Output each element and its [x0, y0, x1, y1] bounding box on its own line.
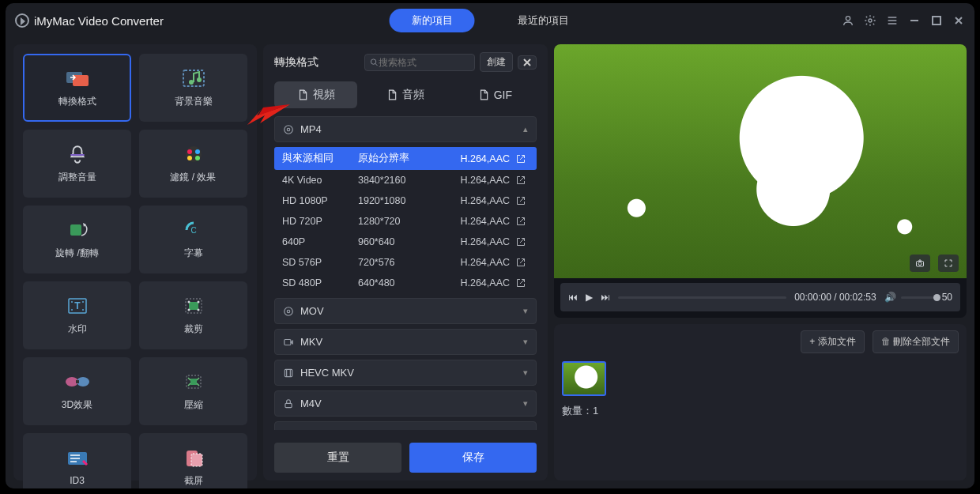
chevron-down-icon: ▾	[523, 398, 528, 409]
preset-row[interactable]: 4K Video3840*2160H.264,AAC	[274, 170, 537, 190]
svg-point-23	[187, 300, 190, 303]
preset-edit-icon[interactable]	[516, 278, 529, 288]
tool-id3[interactable]: ID3	[23, 433, 131, 488]
preset-row[interactable]: HD 720P1280*720H.264,AAC	[274, 211, 537, 232]
preset-codec: H.264,AAC	[450, 175, 516, 186]
file-icon	[386, 89, 398, 100]
app-title: iMyMac Video Converter	[34, 14, 164, 28]
svg-point-0	[846, 17, 850, 21]
tool-label: 調整音量	[58, 171, 96, 184]
preset-edit-icon[interactable]	[516, 258, 529, 267]
preset-name: SD 480P	[282, 277, 358, 288]
preset-resolution: 1280*720	[358, 216, 450, 227]
screenshot-icon	[180, 447, 207, 468]
watermark-icon: T	[64, 296, 91, 316]
snapshot-button[interactable]	[910, 255, 930, 272]
preview-video-frame	[554, 44, 967, 278]
type-tab-audio[interactable]: 音頻	[364, 81, 447, 108]
format-close-button[interactable]	[518, 55, 537, 70]
menu-icon[interactable]	[886, 14, 899, 27]
type-tab-gif[interactable]: GIF	[454, 81, 537, 108]
preset-resolution: 960*640	[358, 236, 450, 247]
remove-all-files-button[interactable]: 🗑 刪除全部文件	[873, 330, 959, 353]
tool-label: 旋轉 /翻轉	[55, 247, 99, 260]
svg-rect-44	[285, 403, 292, 407]
svg-point-19	[82, 309, 84, 311]
prev-button[interactable]: ⏮	[568, 292, 578, 303]
file-count: 數量：1	[562, 404, 959, 418]
volume-slider[interactable]	[901, 296, 937, 299]
format-group-mkv[interactable]: MKV ▾	[274, 329, 537, 355]
preset-resolution: 1920*1080	[358, 195, 450, 206]
format-create-button[interactable]: 創建	[480, 52, 513, 72]
tool-bg-music[interactable]: 背景音樂	[139, 54, 247, 122]
tool-convert-format[interactable]: 轉換格式	[23, 54, 131, 122]
preset-name: 640P	[282, 236, 358, 247]
tool-crop[interactable]: 裁剪	[139, 281, 247, 349]
tool-screenshot[interactable]: 截屏	[139, 433, 247, 488]
preset-edit-icon[interactable]	[516, 217, 529, 226]
svg-rect-29	[76, 380, 79, 383]
tool-rotate-flip[interactable]: 旋轉 /翻轉	[23, 206, 131, 273]
preset-row[interactable]: SD 576P720*576H.264,AAC	[274, 252, 537, 273]
preset-codec: H.264,AAC	[450, 216, 516, 227]
tool-adjust-volume[interactable]: 調整音量	[23, 130, 131, 198]
format-search-input[interactable]	[379, 57, 469, 68]
seek-track[interactable]	[618, 296, 786, 299]
settings-icon[interactable]	[864, 14, 876, 27]
svg-point-16	[71, 301, 73, 303]
tool-filters-effects[interactable]: 濾鏡 / 效果	[139, 130, 247, 198]
volume-control[interactable]: 🔊 50	[884, 292, 952, 303]
format-group-mp4[interactable]: MP4 ▴	[274, 116, 537, 142]
format-group-avi[interactable]: AVI ▾	[274, 421, 537, 430]
music-icon	[180, 68, 207, 89]
svg-point-9	[187, 149, 192, 154]
time-display: 00:00:00 / 00:02:53	[794, 292, 876, 303]
preset-edit-icon[interactable]	[516, 175, 529, 185]
tool-label: 水印	[68, 322, 87, 336]
tool-label: 濾鏡 / 效果	[170, 171, 216, 184]
preset-resolution: 640*480	[358, 277, 450, 288]
account-icon[interactable]	[842, 14, 854, 27]
format-group-mov[interactable]: MOV ▾	[274, 298, 537, 324]
window-close-button[interactable]	[952, 14, 965, 27]
fullscreen-button[interactable]	[938, 255, 959, 272]
svg-point-1	[869, 19, 872, 22]
preset-row[interactable]: HD 1080P1920*1080H.264,AAC	[274, 190, 537, 211]
tool-compress[interactable]: 壓縮	[139, 357, 247, 425]
window-minimize-button[interactable]	[908, 14, 921, 27]
svg-rect-2	[933, 17, 940, 25]
preset-row[interactable]: 640P960*640H.264,AAC	[274, 232, 537, 252]
volume-value: 50	[942, 292, 952, 303]
preset-edit-icon[interactable]	[516, 237, 529, 247]
format-group-m4v[interactable]: M4V ▾	[274, 390, 537, 417]
file-icon	[297, 89, 308, 100]
volume-icon: 🔊	[884, 292, 896, 303]
compress-icon	[180, 371, 207, 392]
preset-edit-icon[interactable]	[516, 196, 529, 206]
preset-codec: H.264,AAC	[450, 257, 516, 268]
tool-watermark[interactable]: T水印	[23, 281, 131, 349]
format-group-hevc-mkv[interactable]: HEVC MKV ▾	[274, 360, 537, 386]
next-button[interactable]: ⏭	[601, 292, 610, 303]
play-button[interactable]: ▶	[586, 292, 593, 303]
rotate-icon	[64, 220, 91, 240]
lock-icon	[283, 398, 294, 409]
preset-edit-icon[interactable]	[516, 154, 529, 164]
tab-recent-projects[interactable]: 最近的項目	[496, 9, 591, 32]
preset-name: HD 720P	[282, 216, 358, 227]
preset-resolution: 3840*2160	[358, 175, 450, 186]
format-search[interactable]	[364, 54, 475, 71]
preset-row[interactable]: 與來源相同原始分辨率H.264,AAC	[274, 147, 537, 170]
convert-icon	[64, 68, 91, 89]
file-thumbnail[interactable]	[562, 361, 606, 396]
add-file-button[interactable]: + 添加文件	[801, 330, 864, 353]
window-maximize-button[interactable]	[930, 14, 943, 27]
reset-button[interactable]: 重置	[274, 443, 401, 473]
tab-new-project[interactable]: 新的項目	[390, 9, 475, 32]
preset-name: 與來源相同	[282, 152, 358, 165]
tool-subtitle[interactable]: C字幕	[139, 206, 247, 273]
save-button[interactable]: 保存	[409, 443, 537, 473]
tool-3d-effect[interactable]: 3D效果	[23, 357, 131, 425]
preset-row[interactable]: SD 480P640*480H.264,AAC	[274, 273, 537, 293]
